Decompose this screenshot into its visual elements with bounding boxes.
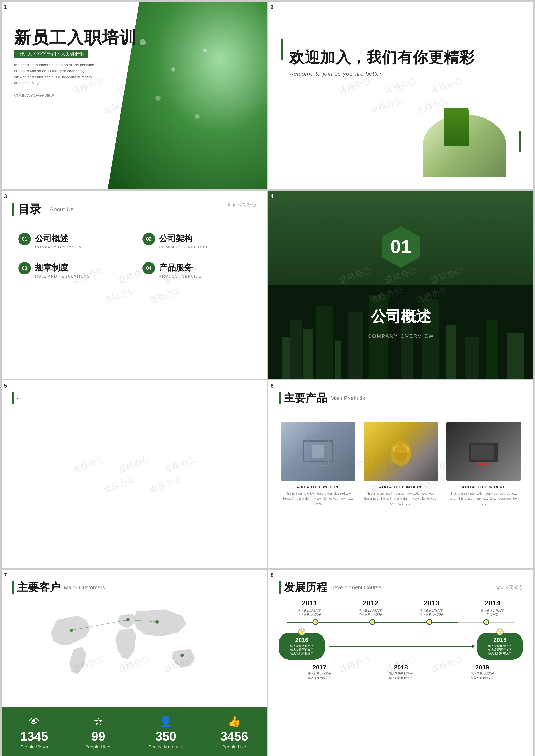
product-2: ADD A TITLE IN HERE This is a sai tim. T… xyxy=(364,422,438,506)
slide-8-number: 8 xyxy=(270,572,274,578)
slide-6-accent xyxy=(279,392,281,405)
tl-desc-2011: 输入发展历程文字输入发展历程文字 xyxy=(279,609,340,616)
slide-5-bottom: 最大的网购零售平台，拥有近5亿的注册用户，旗天有超过4000万的国定访客，随着淘… xyxy=(18,380,250,556)
slide-7-accent xyxy=(12,581,14,594)
product-img-2 xyxy=(364,422,438,481)
slide-1-company: COMPANY OVERVIEW xyxy=(14,94,54,98)
slide-7-title-zh: 主要客户 xyxy=(17,580,61,595)
menu-en-1: COMPANY OVERVIEW xyxy=(35,245,82,249)
slide-4-hex: 01 xyxy=(380,226,422,268)
desc-2017: 输入发展历程文字输入发展历程文字 xyxy=(279,671,360,680)
product-title-2: ADD A TITLE IN HERE xyxy=(379,485,423,490)
arrow-container: ⭐ 2016 输入发展历程文字输入发展历程文字输入发展历程文字 ⭐ 2015 输… xyxy=(279,632,523,660)
stat-icon-eye: 👁 xyxy=(29,715,40,727)
tl-dot-2013: ⭐ xyxy=(426,619,432,625)
bubble-2015: ⭐ 2015 输入发展历程文字输入发展历程文字输入发展历程文字 xyxy=(477,632,523,660)
svg-rect-15 xyxy=(395,445,407,462)
main-grid: 1 新员工入职培训 演讲人：XXX 部门：人力资源部 the headline … xyxy=(0,0,535,756)
slide-8-header: 发展历程 Development Course xyxy=(279,580,381,595)
year-2011: 2011 xyxy=(279,599,340,607)
slide-6-products: ADD A TITLE IN HERE This is a sample tex… xyxy=(281,422,521,506)
slide-3-title-en: About Us xyxy=(50,206,73,213)
stat-label-3: People Members xyxy=(149,744,183,750)
slide-6-title-zh: 主要产品 xyxy=(284,391,327,406)
slide-3-header: 目录 About Us xyxy=(12,202,73,217)
stat-label-4: People Like xyxy=(222,744,246,750)
tl-top-years: 2011 2012 2013 2014 xyxy=(279,599,523,607)
product-title-1: ADD A TITLE IN HERE xyxy=(296,485,340,490)
tl-top-desc: 输入发展历程文字输入发展历程文字 输入发展历程文字25入发展历程文字 输入发展历… xyxy=(279,609,523,616)
stat-1: 👁 1345 People Views xyxy=(20,715,48,750)
year-2013: 2013 xyxy=(401,599,462,607)
menu-item-1: 01 公司概述 COMPANY OVERVIEW xyxy=(18,233,126,249)
dot-2015: ⭐ xyxy=(496,629,503,635)
slide-8-title-en: Development Course xyxy=(331,584,381,591)
menu-item-3: 03 规章制度 RULE AND REGULATIONS xyxy=(18,262,126,279)
stat-icon-star: ☆ xyxy=(94,715,103,727)
product-title-3: ADD A TITLE IN HERE xyxy=(462,485,506,490)
menu-text-4: 产品服务 PRODUCT SERVICE xyxy=(159,262,201,279)
product-img-1 xyxy=(281,422,355,481)
menu-num-3: 03 xyxy=(18,262,31,274)
slide-2-subtitle: welcome to join us you are better xyxy=(289,70,382,77)
slide-5: 5 公司简介 Company Profile 拥有员工数量 拥有超过XX万的注册… xyxy=(2,380,267,568)
slide-7-stats: 👁 1345 People Views ☆ 99 People Likes 👤 … xyxy=(2,707,267,756)
menu-num-4: 04 xyxy=(142,262,155,274)
menu-num-2: 02 xyxy=(142,233,155,245)
slide-4: 4 xyxy=(268,191,534,379)
tl-dot-2011: ⭐ xyxy=(313,619,319,625)
bubble-2016: ⭐ 2016 输入发展历程文字输入发展历程文字输入发展历程文字 xyxy=(279,632,325,660)
tl-desc-2013: 输入发展历程文字输入发展历程文字 xyxy=(401,609,462,616)
product-3: ADD A TITLE IN HERE This is a sample tex… xyxy=(446,422,521,506)
arrow-head xyxy=(472,644,475,648)
slide-3-title: 目录 xyxy=(18,202,41,217)
stat-2: ☆ 99 People Likes xyxy=(85,715,111,750)
svg-rect-17 xyxy=(471,445,494,460)
product-desc-1: This is a sample text. Insert your desir… xyxy=(281,491,355,506)
svg-rect-18 xyxy=(477,463,490,465)
year-2016-label: 2016 xyxy=(287,637,316,643)
slide-3-accent xyxy=(12,203,14,216)
slide-4-title-zh: 公司概述 xyxy=(371,307,431,326)
product-desc-2: This is a sai tim. This a dummy text. In… xyxy=(364,491,438,506)
bottom-year-2017: 2017 输入发展历程文字输入发展历程文字 xyxy=(279,664,360,680)
slide-3: 3 目录 About Us logo 公司标志 01 公司概述 COMPANY … xyxy=(2,191,267,379)
menu-en-3: RULE AND REGULATIONS xyxy=(35,274,90,279)
slide-7-map xyxy=(40,603,228,683)
slide-3-menu: 01 公司概述 COMPANY OVERVIEW 02 公司架构 COMPANY… xyxy=(18,233,250,279)
slide-1-subtitle: 演讲人：XXX 部门：人力资源部 xyxy=(14,50,88,58)
desc-2019: 输入发展历程文字输入发展历程文字 xyxy=(441,671,523,680)
slide-8-arrow-section: ⭐ 2016 输入发展历程文字输入发展历程文字输入发展历程文字 ⭐ 2015 输… xyxy=(268,626,534,680)
menu-zh-4: 产品服务 xyxy=(159,262,201,273)
menu-num-1: 01 xyxy=(18,233,31,245)
slide-8-header-row: 发展历程 Development Course logo 公司标志 xyxy=(268,570,534,595)
city-silhouette xyxy=(268,275,534,379)
tl-dot-2014: ⭐ xyxy=(483,619,489,625)
slide-8-timeline-top: 2011 2012 2013 2014 输入发展历程文字输入发展历程文字 输入发… xyxy=(268,595,534,626)
slide-7: 7 主要客户 Major Customers xyxy=(2,570,267,756)
slide-4-number: 4 xyxy=(270,193,274,200)
menu-en-2: COMPANY STRUCTURE xyxy=(159,245,209,249)
stat-icon-thumb: 👍 xyxy=(228,715,241,727)
slide-5-accent xyxy=(12,392,14,405)
slide-5-number: 5 xyxy=(4,382,7,389)
slide-6-title-en: Main Products xyxy=(331,395,365,402)
slide-1-body: the headline numbers and so on all the h… xyxy=(14,62,98,86)
tl-text-2015: 输入发展历程文字输入发展历程文字输入发展历程文字 xyxy=(485,644,515,656)
menu-zh-1: 公司概述 xyxy=(35,233,82,244)
menu-zh-2: 公司架构 xyxy=(159,233,209,244)
slide-7-number: 7 xyxy=(4,572,7,578)
slide-4-bg xyxy=(268,191,534,379)
svg-text:01: 01 xyxy=(390,236,411,257)
slide-8-logo: logo 公司标志 xyxy=(494,584,523,591)
stat-label-1: People Views xyxy=(20,744,48,750)
slide-6: 6 主要产品 Main Products ADD A TITLE IN HERE xyxy=(268,380,534,568)
menu-item-4: 04 产品服务 PRODUCT SERVICE xyxy=(142,262,250,279)
stat-icon-person: 👤 xyxy=(159,715,172,727)
slide-2-title: 欢迎加入，我们有你更精彩 xyxy=(289,47,474,68)
tl-dot-2012: ⭐ xyxy=(369,619,375,625)
years-bottom-row: 2017 输入发展历程文字输入发展历程文字 2018 输入发展历程文字输入发展历… xyxy=(279,664,523,680)
slide-4-title-en: COMPANY OVERVIEW xyxy=(368,333,434,339)
slide-2-accent-right xyxy=(519,131,521,152)
slide-1: 1 新员工入职培训 演讲人：XXX 部门：人力资源部 the headline … xyxy=(2,2,267,189)
